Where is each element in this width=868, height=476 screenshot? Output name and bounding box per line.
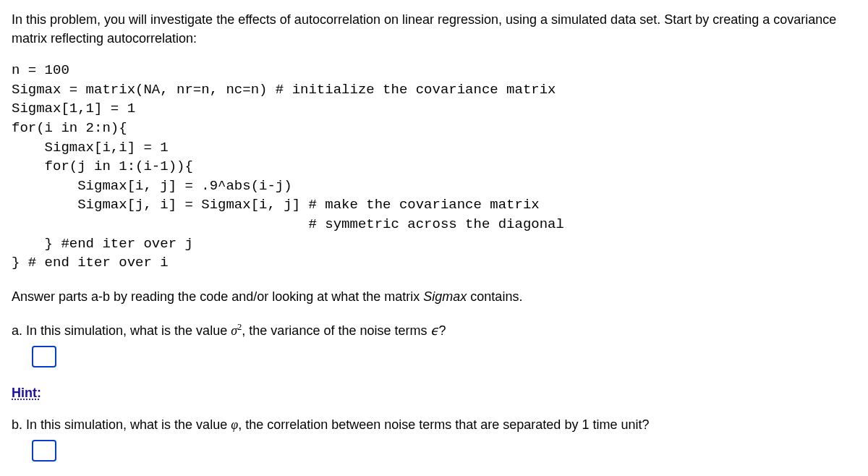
question-b: b. In this simulation, what is the value… — [12, 415, 856, 434]
answer-a-input[interactable] — [32, 346, 56, 367]
qa-post: ? — [438, 323, 446, 338]
hint-link[interactable]: Hint: — [12, 383, 41, 402]
instruction-pre: Answer parts a-b by reading the code and… — [12, 289, 423, 304]
sigma-symbol: σ — [231, 323, 237, 338]
qb-post: , the correlation between noise terms th… — [238, 417, 649, 432]
instruction-text: Answer parts a-b by reading the code and… — [12, 287, 856, 306]
question-a: a. In this simulation, what is the value… — [12, 320, 856, 340]
qa-pre: a. In this simulation, what is the value — [12, 323, 231, 338]
answer-b-input[interactable] — [32, 440, 56, 462]
instruction-post: contains. — [467, 289, 522, 304]
instruction-italic: Sigmax — [423, 289, 467, 304]
code-block: n = 100 Sigmax = matrix(NA, nr=n, nc=n) … — [12, 61, 856, 273]
answer-b-wrap — [12, 440, 856, 462]
phi-symbol: φ — [231, 417, 238, 432]
epsilon-symbol: ϵ — [430, 323, 438, 338]
intro-text: In this problem, you will investigate th… — [12, 10, 856, 48]
answer-a-wrap — [12, 346, 856, 367]
qb-pre: b. In this simulation, what is the value — [12, 417, 231, 432]
qa-mid: , the variance of the noise terms — [242, 323, 430, 338]
